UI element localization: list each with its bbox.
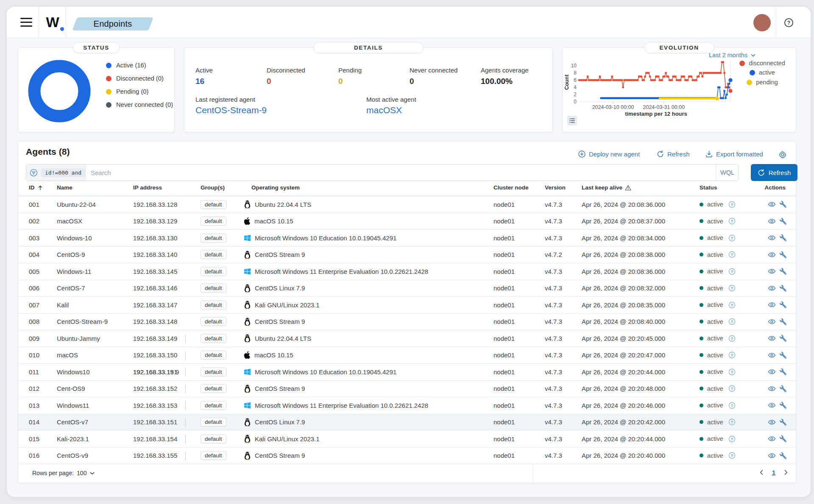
view-agent-icon[interactable] <box>768 452 776 459</box>
group-pill[interactable]: default <box>201 418 226 426</box>
status-help-icon[interactable]: ? <box>728 418 736 426</box>
configure-agent-icon[interactable] <box>780 452 786 459</box>
configure-agent-icon[interactable] <box>780 402 786 409</box>
group-pill[interactable]: default <box>201 200 226 209</box>
col-header-version[interactable]: Version <box>545 184 566 191</box>
view-agent-icon[interactable] <box>768 385 776 392</box>
help-icon[interactable]: ? <box>784 18 793 27</box>
col-header-id[interactable]: ID <box>29 184 43 191</box>
group-pill[interactable]: default <box>201 234 226 242</box>
status-legend-item[interactable]: Active (16) <box>106 62 146 69</box>
card-action-deploy-new-agent[interactable]: Deploy new agent <box>578 150 640 158</box>
group-pill[interactable]: default <box>201 284 226 292</box>
status-help-icon[interactable]: ? <box>728 368 736 376</box>
group-pill[interactable]: default <box>201 250 226 259</box>
view-agent-icon[interactable] <box>768 318 776 325</box>
configure-agent-icon[interactable] <box>780 419 786 426</box>
status-legend-item[interactable]: Disconnected (0) <box>106 75 164 82</box>
status-help-icon[interactable]: ? <box>728 234 736 242</box>
status-help-icon[interactable]: ? <box>728 201 736 208</box>
view-agent-icon[interactable] <box>768 251 776 258</box>
col-header-last-keep-alive[interactable]: Last keep alive <box>582 184 631 191</box>
status-help-icon[interactable]: ? <box>728 284 736 292</box>
configure-agent-icon[interactable] <box>780 201 786 208</box>
logo[interactable]: W. <box>45 7 65 38</box>
status-help-icon[interactable]: ? <box>728 351 736 359</box>
status-help-icon[interactable]: ? <box>728 335 736 342</box>
group-pill[interactable]: default <box>201 334 226 343</box>
group-pill[interactable]: default <box>201 267 226 276</box>
col-header-groups[interactable]: Group(s) <box>201 184 225 191</box>
status-help-icon[interactable]: ? <box>728 268 736 275</box>
group-pill[interactable]: default <box>201 384 226 393</box>
table-footer: Rows per page: 100 1 <box>18 464 796 484</box>
menu-icon[interactable] <box>20 17 32 28</box>
status-help-icon[interactable]: ? <box>728 318 736 325</box>
group-pill[interactable]: default <box>201 217 226 226</box>
col-header-status[interactable]: Status <box>700 184 717 191</box>
query-token[interactable]: id!=000 and <box>41 168 85 177</box>
plus-circle-icon <box>578 150 585 158</box>
configure-agent-icon[interactable] <box>780 368 786 375</box>
info-value-link[interactable]: CentOS-Stream-9 <box>195 105 267 115</box>
status-help-icon[interactable]: ? <box>728 301 736 309</box>
breadcrumb-tab-endpoints[interactable]: Endpoints <box>72 17 153 31</box>
status-help-icon[interactable]: ? <box>728 217 736 225</box>
configure-agent-icon[interactable] <box>780 385 786 392</box>
status-help-icon[interactable]: ? <box>728 402 736 409</box>
configure-agent-icon[interactable] <box>780 352 786 359</box>
configure-agent-icon[interactable] <box>780 435 786 442</box>
col-header-name[interactable]: Name <box>57 184 72 191</box>
view-agent-icon[interactable] <box>768 201 776 208</box>
configure-agent-icon[interactable] <box>780 268 786 275</box>
group-pill[interactable]: default <box>201 434 226 443</box>
pagination-prev-icon[interactable] <box>758 469 765 476</box>
query-language-button[interactable]: WQL <box>716 164 739 181</box>
rows-per-page-selector[interactable]: Rows per page: 100 <box>32 470 95 476</box>
status-legend-item[interactable]: Pending (0) <box>106 88 149 95</box>
status-help-icon[interactable]: ? <box>728 251 736 258</box>
status-help-icon[interactable]: ? <box>728 385 736 392</box>
configure-agent-icon[interactable] <box>780 318 786 325</box>
card-action-refresh[interactable]: Refresh <box>657 150 690 158</box>
view-agent-icon[interactable] <box>768 418 776 426</box>
group-pill[interactable]: default <box>201 368 226 376</box>
configure-agent-icon[interactable] <box>780 234 786 241</box>
group-pill[interactable]: default <box>201 351 226 359</box>
configure-agent-icon[interactable] <box>780 301 786 308</box>
configure-agent-icon[interactable] <box>780 285 786 292</box>
view-agent-icon[interactable] <box>768 351 776 359</box>
configure-agent-icon[interactable] <box>780 218 786 225</box>
view-agent-icon[interactable] <box>768 234 776 242</box>
avatar[interactable] <box>753 14 771 31</box>
status-legend-item[interactable]: Never connected (0) <box>106 101 173 108</box>
pagination-page-1[interactable]: 1 <box>772 469 775 476</box>
view-agent-icon[interactable] <box>768 335 776 342</box>
gear-icon[interactable] <box>779 151 786 159</box>
view-agent-icon[interactable] <box>768 268 776 275</box>
view-agent-icon[interactable] <box>768 284 776 292</box>
group-pill[interactable]: default <box>201 301 226 309</box>
col-header-ip[interactable]: IP address <box>133 184 162 191</box>
group-pill[interactable]: default <box>201 401 226 410</box>
status-help-icon[interactable]: ? <box>728 452 736 459</box>
col-header-os[interactable]: Operating system <box>251 184 300 191</box>
filter-icon[interactable] <box>30 169 38 177</box>
chart-options-button[interactable] <box>567 116 577 125</box>
group-pill[interactable]: default <box>201 317 226 326</box>
col-header-cluster-node[interactable]: Cluster node <box>493 184 529 191</box>
view-agent-icon[interactable] <box>768 402 776 409</box>
search-refresh-button[interactable]: Refresh <box>751 164 797 181</box>
configure-agent-icon[interactable] <box>780 335 786 342</box>
configure-agent-icon[interactable] <box>780 251 786 258</box>
info-value-link[interactable]: macOSX <box>366 105 416 115</box>
search-input[interactable]: id!=000 and Search WQL <box>26 164 739 181</box>
view-agent-icon[interactable] <box>768 435 776 443</box>
view-agent-icon[interactable] <box>768 301 776 309</box>
group-pill[interactable]: default <box>201 451 226 460</box>
view-agent-icon[interactable] <box>768 368 776 376</box>
status-help-icon[interactable]: ? <box>728 435 736 443</box>
card-action-export-formatted[interactable]: Export formatted <box>705 150 763 158</box>
view-agent-icon[interactable] <box>768 217 776 225</box>
pagination-next-icon[interactable] <box>783 469 789 476</box>
